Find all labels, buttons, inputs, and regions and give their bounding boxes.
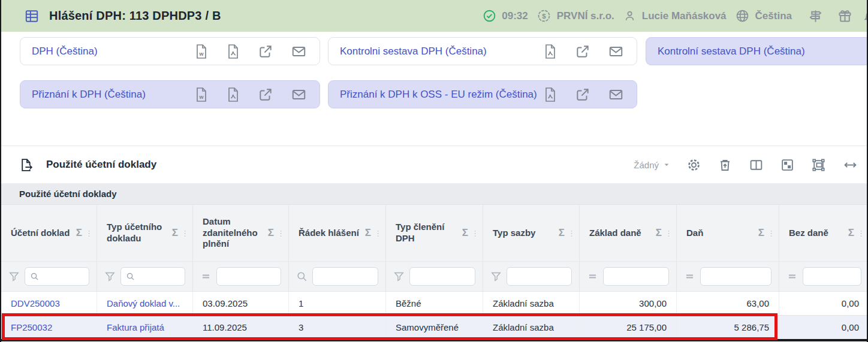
filter-search-icon[interactable]: [296, 271, 308, 282]
pdf-export-icon[interactable]: [226, 44, 240, 59]
section-title: Použité účetní doklady: [46, 159, 156, 171]
filter-funnel-icon[interactable]: [490, 271, 502, 282]
table-row[interactable]: DDV250003 Daňový doklad v... 03.09.2025 …: [1, 291, 868, 315]
pdf-export-icon[interactable]: [226, 87, 240, 102]
restore-trash-icon[interactable]: [718, 158, 733, 172]
filter-funnel-icon[interactable]: [8, 271, 20, 282]
document-type-link[interactable]: Daňový doklad v...: [107, 298, 180, 308]
cell-cleneni: Samovyměřené: [386, 315, 483, 339]
filter-input-dan[interactable]: [706, 272, 766, 282]
report-card-priznani-oss[interactable]: Přiznání k DPH k OSS - EU režim (Čeština…: [328, 80, 637, 108]
filter-input-wrap: [25, 267, 89, 286]
filter-input-ucetni-doklad[interactable]: [43, 272, 84, 282]
open-external-icon[interactable]: [258, 44, 273, 59]
filter-input-wrap: [120, 267, 185, 286]
column-menu-icon[interactable]: ⋮: [469, 229, 479, 238]
word-export-icon[interactable]: w: [194, 44, 209, 59]
mail-icon[interactable]: [608, 87, 624, 102]
cell-bez-dane: 0,00: [779, 315, 868, 339]
filter-input-bez-dane[interactable]: [808, 272, 856, 282]
open-external-icon[interactable]: [575, 44, 590, 59]
table-filter-row: [1, 261, 868, 291]
filter-equals-icon[interactable]: [786, 271, 798, 282]
user-name[interactable]: Lucie Maňásková: [642, 10, 727, 22]
cell-dan: 5 286,75: [677, 315, 779, 339]
pdf-export-icon[interactable]: [543, 44, 557, 59]
word-export-icon[interactable]: w: [194, 87, 209, 102]
filter-input-zaklad[interactable]: [608, 272, 664, 282]
filter-input-cleneni[interactable]: [415, 272, 470, 282]
filter-equals-icon[interactable]: [200, 271, 212, 282]
status-check-icon[interactable]: [483, 9, 496, 23]
pdf-export-icon[interactable]: [543, 87, 557, 102]
sum-icon[interactable]: Σ: [847, 227, 855, 239]
column-menu-icon[interactable]: ⋮: [179, 229, 189, 238]
filter-input-typ-dokladu[interactable]: [138, 272, 180, 282]
filter-input-sazba[interactable]: [512, 272, 566, 282]
language-label[interactable]: Čeština: [755, 10, 792, 22]
user-icon[interactable]: [623, 9, 637, 23]
gift-icon[interactable]: [837, 8, 853, 24]
filter-input-wrap: [409, 267, 475, 286]
open-external-icon[interactable]: [575, 87, 590, 102]
column-menu-icon[interactable]: ⋮: [855, 229, 865, 238]
column-menu-icon[interactable]: ⋮: [83, 229, 93, 238]
sum-icon[interactable]: Σ: [461, 227, 469, 239]
report-card-kontrolni-sestava-2[interactable]: Kontrolní sestava DPH (Čeština): [646, 37, 868, 65]
mail-icon[interactable]: [291, 44, 307, 59]
export-document-icon[interactable]: [19, 158, 34, 172]
document-link[interactable]: DDV250003: [11, 298, 60, 308]
filter-funnel-icon[interactable]: [393, 271, 405, 282]
filter-input-datum[interactable]: [222, 272, 276, 282]
column-menu-icon[interactable]: ⋮: [372, 229, 382, 238]
grouping-dropdown[interactable]: Žádný: [634, 160, 670, 170]
mail-icon[interactable]: [608, 44, 624, 59]
column-menu-icon[interactable]: ⋮: [663, 229, 673, 238]
currency-icon[interactable]: $: [537, 8, 551, 23]
filter-input-wrap: [216, 267, 281, 286]
table-row-selected[interactable]: FP250032 Faktura přijatá 11.09.2025 3 Sa…: [1, 315, 868, 339]
sum-icon[interactable]: Σ: [75, 227, 83, 239]
column-header: Typ účetního dokladuΣ⋮: [97, 205, 193, 261]
column-menu-icon[interactable]: ⋮: [566, 229, 575, 238]
column-menu-icon[interactable]: ⋮: [275, 229, 285, 238]
report-card-dph[interactable]: DPH (Čeština) w: [20, 37, 320, 65]
sum-icon[interactable]: Σ: [364, 227, 372, 239]
report-card-label: Kontrolni sestava DPH (Čeština): [328, 46, 543, 57]
report-card-kontrolni-sestava[interactable]: Kontrolni sestava DPH (Čeština): [328, 37, 637, 65]
expand-horizontal-icon[interactable]: [842, 158, 858, 172]
sum-icon[interactable]: Σ: [557, 227, 566, 239]
sum-icon[interactable]: Σ: [655, 227, 663, 239]
language-globe-icon[interactable]: [735, 8, 750, 23]
column-header: Řádek hlášeníΣ⋮: [289, 205, 386, 261]
company-name[interactable]: PRVNÍ s.r.o.: [557, 10, 614, 22]
filter-input-radek[interactable]: [318, 272, 373, 282]
report-card-priznani-dph[interactable]: Přiznání k DPH (Čeština) w: [20, 80, 320, 108]
selection-frame-icon[interactable]: [811, 158, 826, 172]
document-link[interactable]: FP250032: [11, 322, 52, 332]
cell-zaklad: 25 175,00: [580, 315, 677, 339]
layout-tiles-icon[interactable]: [780, 158, 795, 172]
cell-cleneni: Běžné: [386, 291, 483, 315]
split-view-icon[interactable]: [749, 158, 764, 172]
column-header: Bez daněΣ⋮: [779, 205, 868, 261]
bell-icon[interactable]: [861, 8, 868, 24]
filter-equals-icon[interactable]: [684, 271, 695, 282]
cell-radek: 1: [289, 291, 386, 315]
document-type-link[interactable]: Faktura přijatá: [107, 322, 164, 332]
filter-equals-icon[interactable]: [587, 271, 598, 282]
sum-icon[interactable]: Σ: [171, 227, 179, 239]
report-grid-icon: [24, 8, 40, 24]
open-external-icon[interactable]: [258, 87, 273, 102]
section-header: Použité účetní doklady Žádný: [1, 146, 868, 183]
sum-icon[interactable]: Σ: [757, 227, 765, 239]
signpost-icon[interactable]: [807, 8, 824, 24]
settings-gear-icon[interactable]: [686, 158, 701, 172]
cell-zaklad: 300,00: [580, 291, 677, 315]
search-icon: [30, 272, 39, 281]
cell-datum: 11.09.2025: [193, 315, 289, 339]
sum-icon[interactable]: Σ: [267, 227, 275, 239]
filter-funnel-icon[interactable]: [104, 271, 116, 282]
column-menu-icon[interactable]: ⋮: [765, 229, 775, 238]
mail-icon[interactable]: [291, 87, 307, 102]
